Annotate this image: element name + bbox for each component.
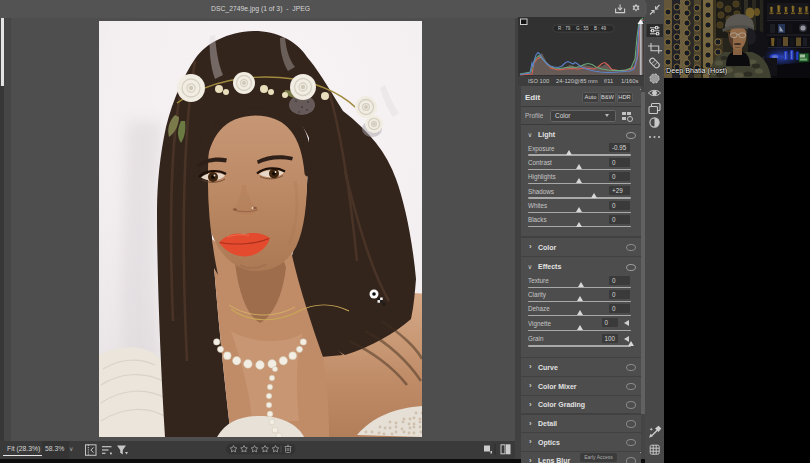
svg-text:R : 79: R : 79 [558, 26, 571, 31]
svg-text:G : 55: G : 55 [576, 26, 589, 31]
svg-text:B : 49: B : 49 [594, 26, 606, 31]
svg-text:Deep Bhatia (Host): Deep Bhatia (Host) [666, 66, 727, 75]
